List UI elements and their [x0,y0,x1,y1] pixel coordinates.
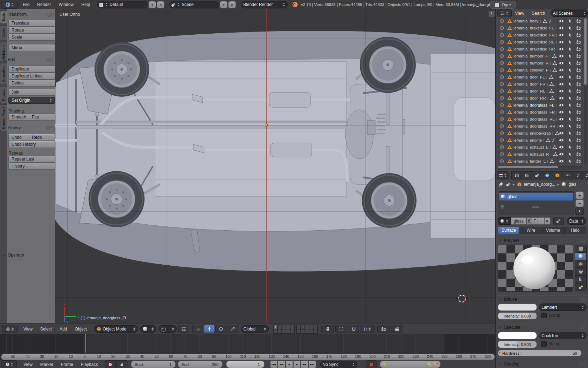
shelf-duplicate-linked-button[interactable]: Duplicate Linked [8,73,55,80]
scene-selector[interactable]: Scene [169,1,219,8]
expand-icon[interactable] [499,110,504,115]
jump-to-start-button[interactable]: |◀◀ [270,361,278,368]
selectability-cursor-icon[interactable] [568,138,573,143]
selectability-cursor-icon[interactable] [568,26,573,30]
timeline-menu-view[interactable]: View [23,362,33,367]
layers-group-2[interactable] [296,325,318,334]
panel-drag-hatch[interactable] [578,239,586,243]
expand-icon[interactable] [499,33,504,38]
lock-frame-button[interactable] [116,360,127,368]
editor-type-3dview-button[interactable] [2,325,18,333]
menu-window[interactable]: Window [59,2,74,7]
history-panel-header[interactable]: History [3,125,21,130]
preview-hair-button[interactable] [575,275,587,283]
diffuse-intensity-slider[interactable]: Intensity: 0.800 [498,312,537,320]
visibility-eye-icon[interactable] [559,89,564,94]
delete-keyframe-icon[interactable] [434,362,438,367]
outliner-item-lemanja_bumper_R[interactable]: lemanja_bumper_R| [496,60,582,67]
renderability-camera-icon[interactable] [576,68,581,73]
object-name[interactable]: lemanja_bumper_R [513,61,548,65]
renderability-camera-icon[interactable] [576,159,581,164]
open-properties-region-button[interactable]: + [488,11,495,17]
expand-icon[interactable] [499,145,504,150]
use-nodes-button[interactable] [553,217,564,225]
layer-cell-10[interactable] [290,329,294,333]
selectability-cursor-icon[interactable] [568,117,573,122]
expand-icon[interactable] [499,159,504,164]
object-name[interactable]: lemanja_doorglass_RR [513,124,555,128]
manipulator-axis-button[interactable] [192,325,203,333]
outliner-vscrollbar[interactable] [584,18,587,165]
renderability-camera-icon[interactable] [576,124,581,129]
next-keyframe-button[interactable]: ▶▶ [301,361,308,368]
redo-button[interactable]: Redo [29,134,55,141]
renderability-camera-icon[interactable] [576,117,581,122]
expand-icon[interactable] [499,124,504,129]
viewport-menu-view[interactable]: View [23,327,33,332]
shelf-rotate-button[interactable]: Rotate [8,27,55,34]
outliner-item-lemanja_door_RR[interactable]: lemanja_door_RR| [496,95,582,102]
layers-group-1[interactable] [273,325,295,334]
preview-panel-header[interactable]: Preview [499,238,519,243]
join-button[interactable]: Join [8,89,55,96]
shelf-scale-button[interactable]: Scale [8,34,55,41]
expand-icon[interactable] [499,47,504,52]
shelf-tab-animation[interactable]: Animation [0,63,7,85]
selectability-cursor-icon[interactable] [568,131,573,136]
expand-icon[interactable] [499,131,504,136]
timeline-menu-playback[interactable]: Playback [81,362,98,367]
expand-icon[interactable] [499,68,504,73]
visibility-eye-icon[interactable] [559,96,564,101]
scene-name[interactable]: Scene [182,2,217,7]
editor-type-timeline-button[interactable] [1,360,17,368]
renderability-camera-icon[interactable] [576,152,581,157]
proportional-edit-button[interactable] [335,325,346,333]
renderability-camera-icon[interactable] [576,89,581,94]
visibility-eye-icon[interactable] [559,131,564,136]
renderability-camera-icon[interactable] [576,19,581,23]
outliner-item-lemanja_door_FL[interactable]: lemanja_door_FL| [496,74,582,81]
preview-cube-button[interactable] [575,260,587,268]
outliner-item-lemanja_coilover_F[interactable]: lemanja_coilover_F| [496,67,582,74]
layer-cell-17[interactable] [301,329,305,333]
renderability-camera-icon[interactable] [576,40,581,45]
play-button[interactable]: ▶ [293,361,301,368]
browse-material-button[interactable] [498,217,511,225]
visibility-eye-icon[interactable] [559,54,564,59]
breadcrumb-material-name[interactable]: glas [568,182,576,187]
expand-icon[interactable] [499,40,504,45]
repeat-last-button[interactable]: Repeat Last [8,156,55,163]
layer-cell-2[interactable] [278,325,282,329]
current-frame-field[interactable]: 1 [226,361,265,368]
expand-icon[interactable] [499,96,504,101]
layer-cell-7[interactable] [278,329,282,333]
outliner-item-lemanja_fender_L[interactable]: lemanja_fender_L| [496,158,582,165]
jump-to-end-button[interactable]: ▶▶| [309,361,316,368]
object-name[interactable]: lemanja_brakedisc_FR [513,33,555,37]
outliner-item-lemanja_doorglass_RL[interactable]: lemanja_doorglass_RL| [496,116,582,123]
playback-realtime-button[interactable] [105,360,116,368]
renderability-camera-icon[interactable] [576,131,581,136]
selectability-cursor-icon[interactable] [568,40,573,45]
object-name[interactable]: lemanja_brakedisc_RL [513,40,554,44]
expand-icon[interactable] [499,54,504,59]
shelf-translate-button[interactable]: Translate [8,20,55,27]
slot-expand-icon[interactable] [500,204,505,209]
outliner-item-lemanja_bumper_F[interactable]: lemanja_bumper_F| [496,53,582,60]
outliner-item-lemanja_doorglass_FR[interactable]: lemanja_doorglass_FR| [496,109,582,116]
renderability-camera-icon[interactable] [576,33,581,38]
outliner-item-lemanja_brakedisc_FR[interactable]: lemanja_brakedisc_FR| [496,32,582,39]
visibility-eye-icon[interactable] [559,159,564,164]
selectability-cursor-icon[interactable] [568,110,573,115]
object-name[interactable]: lemanja_doorglass_FL [513,103,554,107]
add-layout-button[interactable]: + [148,1,156,8]
tab-constraints[interactable] [562,172,573,179]
selectability-cursor-icon[interactable] [568,68,573,73]
tab-render-layers[interactable] [522,172,532,179]
selectability-cursor-icon[interactable] [568,96,573,101]
visibility-eye-icon[interactable] [559,47,564,52]
opengl-render-button[interactable] [377,325,390,333]
diffuse-color-swatch[interactable] [498,304,537,311]
outliner-search-menu[interactable]: Search [532,11,545,16]
outliner-item-lemanja_brakedisc_RL[interactable]: lemanja_brakedisc_RL| [496,39,582,46]
